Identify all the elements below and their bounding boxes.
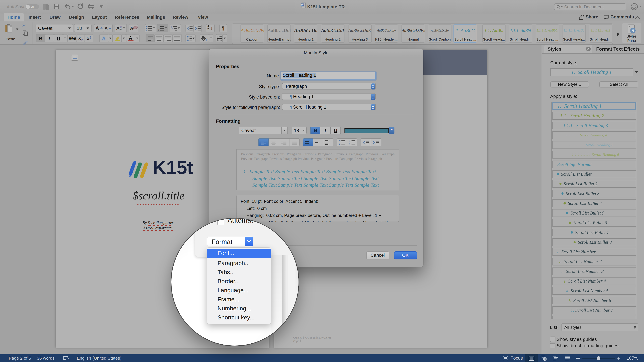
svg-text:i: i — [173, 29, 173, 31]
svg-text:W: W — [301, 3, 304, 6]
svg-text:¶: ¶ — [632, 28, 634, 33]
svg-text:3: 3 — [158, 29, 159, 31]
svg-text:1: 1 — [158, 26, 159, 27]
